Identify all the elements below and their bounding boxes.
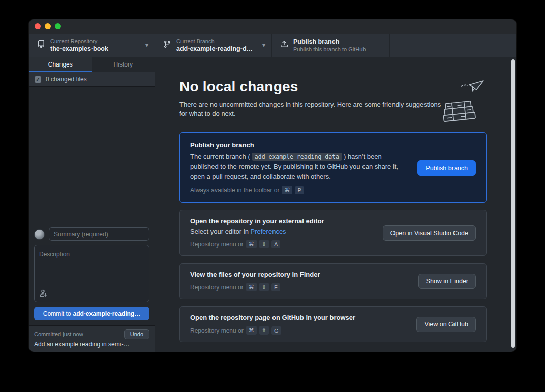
commit-summary-input[interactable] xyxy=(49,227,149,241)
editor-card-line: Select your editor in Preferences xyxy=(190,227,372,235)
cmd-key: ⌘ xyxy=(246,283,257,291)
commit-button[interactable]: Commit to add-example-reading… xyxy=(34,307,149,320)
tab-history[interactable]: History xyxy=(92,57,155,72)
open-in-editor-button[interactable]: Open in Visual Studio Code xyxy=(383,225,476,241)
titlebar xyxy=(29,19,516,34)
publish-card-hint: Always available in the toolbar or ⌘ P xyxy=(190,186,406,194)
commit-status: Committed just now xyxy=(34,331,83,337)
editor-card-title: Open the repository in your external edi… xyxy=(190,217,372,225)
select-all-checkbox[interactable]: ✓ xyxy=(35,76,41,83)
git-branch-icon xyxy=(163,40,171,50)
github-desktop-window: Current Repository the-examples-book ▾ C… xyxy=(29,19,516,352)
publish-branch-title: Publish branch xyxy=(293,38,366,46)
github-card-title: Open the repository page on GitHub in yo… xyxy=(190,314,405,321)
finder-card: View the files of your repository in Fin… xyxy=(179,263,487,299)
commit-button-label: Commit to xyxy=(43,310,71,317)
publish-branch-button[interactable]: Publish branch xyxy=(417,160,476,176)
add-coauthor-icon[interactable] xyxy=(39,288,47,299)
main-content: No local changes There are no uncommitte… xyxy=(155,57,516,352)
current-branch-button[interactable]: Current Branch add-example-reading-d… ▾ xyxy=(155,34,272,57)
p-key: P xyxy=(295,186,304,194)
shift-key: ⇧ xyxy=(259,326,269,335)
sidebar: Changes History ✓ 0 changed files Descri… xyxy=(29,57,155,352)
upload-icon xyxy=(280,40,288,50)
commit-form: Description Commit to add-example-readin… xyxy=(29,222,155,325)
external-editor-card: Open the repository in your external edi… xyxy=(179,210,487,256)
github-card: Open the repository page on GitHub in yo… xyxy=(179,306,487,342)
publish-branch-subtitle: Publish this branch to GitHub xyxy=(293,46,366,53)
changes-history-tabs: Changes History xyxy=(29,57,155,72)
undo-bar: Committed just now Undo Add an example r… xyxy=(29,325,155,352)
changed-files-header: ✓ 0 changed files xyxy=(29,72,155,87)
current-repository-label: Current Repository xyxy=(50,38,108,45)
chevron-down-icon: ▾ xyxy=(145,42,148,49)
github-card-hint: Repository menu or ⌘ ⇧ G xyxy=(190,326,405,335)
preferences-link[interactable]: Preferences xyxy=(251,227,286,235)
current-branch-label: Current Branch xyxy=(176,38,253,45)
current-repository-button[interactable]: Current Repository the-examples-book ▾ xyxy=(29,34,155,57)
cmd-key: ⌘ xyxy=(282,186,292,194)
github-hint-text: Repository menu or xyxy=(190,327,244,334)
view-on-github-button[interactable]: View on GitHub xyxy=(416,317,476,332)
undo-button[interactable]: Undo xyxy=(124,329,149,339)
minimize-button[interactable] xyxy=(45,23,51,29)
editor-line-pre: Select your editor in xyxy=(190,227,249,235)
zoom-button[interactable] xyxy=(55,23,61,29)
no-changes-illustration xyxy=(440,80,486,125)
close-button[interactable] xyxy=(35,23,41,29)
toolbar: Current Repository the-examples-book ▾ C… xyxy=(29,34,516,57)
show-in-finder-button[interactable]: Show in Finder xyxy=(418,274,476,289)
commit-button-branch: add-example-reading… xyxy=(73,310,140,317)
tab-changes[interactable]: Changes xyxy=(29,57,92,72)
publish-card-title: Publish your branch xyxy=(190,141,406,149)
commit-description-placeholder: Description xyxy=(39,251,70,258)
shift-key: ⇧ xyxy=(259,240,269,248)
publish-hint-text: Always available in the toolbar or xyxy=(190,187,279,194)
avatar xyxy=(34,229,45,240)
changes-list-empty xyxy=(29,87,155,222)
publish-card-body-pre: The current branch ( xyxy=(190,153,250,160)
current-branch-value: add-example-reading-d… xyxy=(176,45,253,53)
publish-branch-toolbar-button[interactable]: Publish branch Publish this branch to Gi… xyxy=(272,34,390,57)
shift-key: ⇧ xyxy=(259,283,269,291)
editor-hint-text: Repository menu or xyxy=(190,241,244,248)
last-commit-message: Add an example reading in semi-… xyxy=(34,341,149,348)
editor-card-hint: Repository menu or ⌘ ⇧ A xyxy=(190,240,372,248)
finder-hint-text: Repository menu or xyxy=(190,284,244,291)
publish-card-body: The current branch (add-example-reading-… xyxy=(190,152,406,182)
publish-branch-card: Publish your branch The current branch (… xyxy=(179,132,487,203)
cmd-key: ⌘ xyxy=(246,326,257,335)
page-subtitle: There are no uncommitted changes in this… xyxy=(179,100,443,119)
f-key: F xyxy=(271,283,280,291)
g-key: G xyxy=(271,326,281,335)
finder-card-hint: Repository menu or ⌘ ⇧ F xyxy=(190,283,407,291)
branch-name-code: add-example-reading-data xyxy=(252,153,342,161)
current-repository-value: the-examples-book xyxy=(50,45,108,53)
chevron-down-icon: ▾ xyxy=(262,42,265,49)
changed-files-count: 0 changed files xyxy=(46,76,87,83)
scrollbar-thumb[interactable] xyxy=(511,59,515,348)
repo-icon xyxy=(37,40,45,50)
commit-description-field[interactable]: Description xyxy=(34,245,149,302)
a-key: A xyxy=(271,240,280,248)
finder-card-title: View the files of your repository in Fin… xyxy=(190,271,407,278)
cmd-key: ⌘ xyxy=(246,240,257,248)
